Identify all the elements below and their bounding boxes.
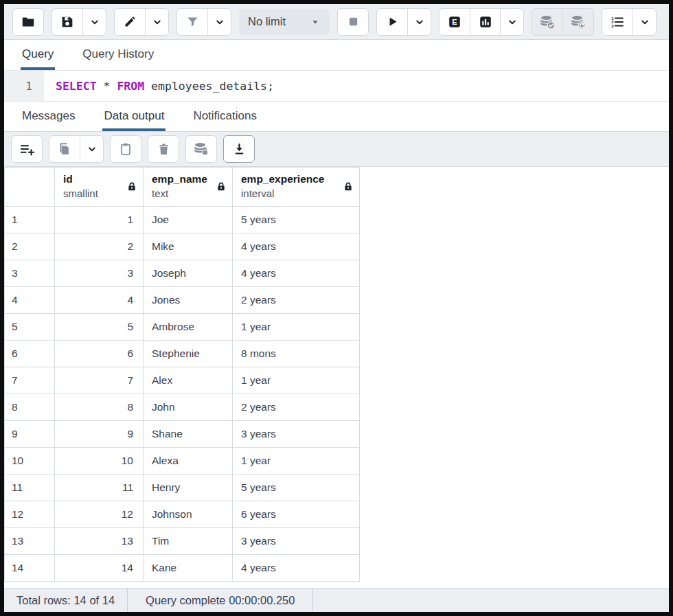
select-all-corner[interactable]	[5, 168, 55, 207]
row-number-cell[interactable]: 14	[5, 555, 55, 582]
cell-emp-name[interactable]: Mike	[144, 233, 233, 260]
execute-options-button[interactable]	[407, 9, 431, 35]
filter-button[interactable]	[177, 9, 207, 35]
tab-query[interactable]: Query	[21, 40, 55, 70]
row-number-cell[interactable]: 6	[5, 341, 55, 367]
sql-editor[interactable]: 1 SELECT * FROM employees_details;	[4, 71, 669, 102]
cell-id[interactable]: 6	[55, 341, 144, 367]
execute-button[interactable]	[377, 9, 407, 35]
explain-analyze-button[interactable]	[470, 9, 500, 35]
cell-emp-name[interactable]: Ambrose	[144, 314, 233, 341]
row-number-cell[interactable]: 3	[5, 260, 55, 287]
cell-emp-name[interactable]: Henry	[144, 475, 233, 501]
cell-id[interactable]: 8	[55, 394, 144, 421]
tab-notifications[interactable]: Notifications	[192, 102, 258, 131]
row-number-cell[interactable]: 7	[5, 367, 55, 394]
cell-emp-name[interactable]: Tim	[144, 528, 233, 555]
download-icon	[232, 142, 247, 157]
column-header-id[interactable]: idsmallint	[55, 168, 144, 207]
rollback-button[interactable]	[562, 9, 593, 35]
filter-options-button[interactable]	[207, 9, 231, 35]
save-data-changes-button[interactable]	[186, 136, 216, 162]
chevron-down-icon	[413, 16, 426, 28]
column-header-emp_name[interactable]: emp_nametext	[144, 168, 233, 207]
add-row-button[interactable]	[12, 136, 42, 162]
row-limit-select[interactable]: No limit	[239, 9, 330, 35]
macro-options-button[interactable]	[632, 9, 656, 35]
cell-emp-name[interactable]: Alexa	[144, 448, 233, 475]
table-row: 11Joe5 years	[5, 207, 360, 233]
copy-options-button[interactable]	[80, 136, 103, 162]
cell-emp-name[interactable]: John	[144, 394, 233, 421]
cancel-query-button[interactable]	[338, 9, 368, 35]
sql-code-line[interactable]: SELECT * FROM employees_details;	[44, 71, 274, 101]
cell-emp-experience[interactable]: 1 year	[233, 448, 360, 475]
cell-id[interactable]: 12	[55, 501, 144, 528]
cell-emp-name[interactable]: Jones	[144, 287, 233, 314]
explain-button[interactable]: E	[440, 9, 470, 35]
cell-emp-experience[interactable]: 8 mons	[233, 341, 360, 367]
cell-id[interactable]: 9	[55, 421, 144, 448]
macro-button[interactable]: 123	[602, 9, 632, 35]
cell-id[interactable]: 2	[55, 233, 144, 260]
cell-emp-name[interactable]: Stephenie	[144, 341, 233, 367]
total-rows-text: Total rows: 14 of 14	[16, 594, 115, 607]
row-number-cell[interactable]: 10	[5, 448, 55, 475]
row-number-cell[interactable]: 2	[5, 233, 55, 260]
cell-emp-experience[interactable]: 4 years	[233, 555, 360, 582]
cell-emp-experience[interactable]: 5 years	[233, 207, 360, 233]
cell-id[interactable]: 3	[55, 260, 144, 287]
table-row: 88John2 years	[5, 394, 360, 421]
cell-id[interactable]: 1	[55, 207, 144, 233]
table-row: 55Ambrose1 year	[5, 314, 360, 341]
cell-emp-experience[interactable]: 1 year	[233, 367, 360, 394]
cell-emp-experience[interactable]: 5 years	[233, 475, 360, 501]
cell-emp-experience[interactable]: 3 years	[233, 528, 360, 555]
tab-data-output[interactable]: Data output	[102, 102, 166, 131]
cell-emp-experience[interactable]: 1 year	[233, 314, 360, 341]
row-number-cell[interactable]: 12	[5, 501, 55, 528]
cell-id[interactable]: 7	[55, 367, 144, 394]
cell-emp-experience[interactable]: 4 years	[233, 260, 360, 287]
cell-emp-name[interactable]: Johnson	[144, 501, 233, 528]
edit-options-button[interactable]	[145, 9, 168, 35]
tab-messages[interactable]: Messages	[21, 102, 76, 131]
delete-row-button[interactable]	[148, 136, 179, 162]
save-button[interactable]	[52, 9, 82, 35]
cell-id[interactable]: 10	[55, 448, 144, 475]
cell-emp-name[interactable]: Kane	[144, 555, 233, 582]
cell-emp-experience[interactable]: 3 years	[233, 421, 360, 448]
save-options-button[interactable]	[82, 9, 106, 35]
paste-button[interactable]	[111, 136, 141, 162]
cell-emp-experience[interactable]: 4 years	[233, 233, 360, 260]
cell-emp-name[interactable]: Joe	[144, 207, 233, 233]
row-number-cell[interactable]: 8	[5, 394, 55, 421]
commit-button[interactable]	[532, 9, 562, 35]
row-number-cell[interactable]: 5	[5, 314, 55, 341]
column-header-emp_experience[interactable]: emp_experienceinterval	[233, 168, 360, 207]
explain-options-button[interactable]	[500, 9, 523, 35]
cell-id[interactable]: 11	[55, 475, 144, 501]
tab-query-history[interactable]: Query History	[81, 40, 155, 70]
cell-id[interactable]: 4	[55, 287, 144, 314]
cell-emp-name[interactable]: Alex	[144, 367, 233, 394]
row-number-cell[interactable]: 13	[5, 528, 55, 555]
download-results-button[interactable]	[224, 136, 254, 162]
cell-emp-experience[interactable]: 2 years	[233, 394, 360, 421]
cell-emp-name[interactable]: Joseph	[144, 260, 233, 287]
cell-emp-name[interactable]: Shane	[144, 421, 233, 448]
row-number-cell[interactable]: 4	[5, 287, 55, 314]
cell-id[interactable]: 14	[55, 555, 144, 582]
row-number-cell[interactable]: 9	[5, 421, 55, 448]
cell-emp-experience[interactable]: 6 years	[233, 501, 360, 528]
copy-button[interactable]	[49, 136, 80, 162]
cell-id[interactable]: 13	[55, 528, 144, 555]
open-file-button[interactable]	[13, 9, 43, 35]
table-row: 44Jones2 years	[5, 287, 360, 314]
row-number-cell[interactable]: 1	[5, 207, 55, 233]
cell-id[interactable]: 5	[55, 314, 144, 341]
row-number-cell[interactable]: 11	[5, 475, 55, 501]
explain-group: E	[439, 8, 524, 36]
edit-button[interactable]	[115, 9, 145, 35]
cell-emp-experience[interactable]: 2 years	[233, 287, 360, 314]
